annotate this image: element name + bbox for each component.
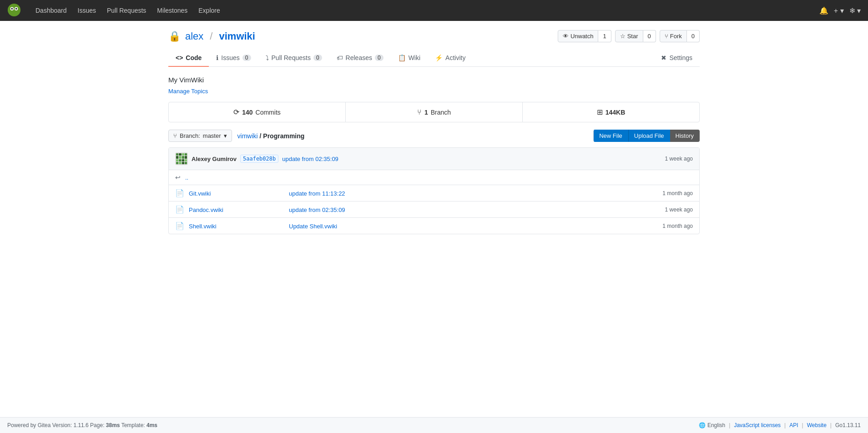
commits-stat[interactable]: ⟳ 140 Commits xyxy=(169,102,346,122)
tab-activity-label: Activity xyxy=(445,54,465,61)
repo-title-separator: / xyxy=(210,30,212,42)
repo-actions: 👁 Unwatch 1 ☆ Star 0 ⑂ Fork 0 xyxy=(554,30,700,42)
parent-dir-row: ↩ .. xyxy=(169,170,699,185)
nav-milestones[interactable]: Milestones xyxy=(151,7,193,14)
commit-info: Alexey Gumirov 5aafeb028b update from 02… xyxy=(175,152,338,165)
file-actions: New File Upload File History xyxy=(593,130,700,142)
file-row: 📄 Pandoc.vwiki update from 02:35:09 1 we… xyxy=(169,201,699,218)
commit-time: 1 week ago xyxy=(665,156,693,162)
repo-name-link[interactable]: vimwiki xyxy=(219,30,255,42)
tab-releases-label: Releases xyxy=(346,54,372,61)
new-file-button[interactable]: New File xyxy=(593,130,628,142)
fork-icon: ⑂ xyxy=(665,33,668,40)
upload-file-button[interactable]: Upload File xyxy=(628,130,670,142)
user-menu-button[interactable]: ❄ ▾ xyxy=(849,6,861,15)
star-count: 0 xyxy=(643,30,656,42)
file-icon-0: 📄 xyxy=(175,189,184,197)
manage-topics-link[interactable]: Manage Topics xyxy=(168,88,208,95)
nav-dashboard[interactable]: Dashboard xyxy=(30,7,72,14)
repo-tabs: <> Code ℹ Issues 0 ⤵ Pull Requests 0 🏷 R… xyxy=(168,50,700,67)
commits-icon: ⟳ xyxy=(233,108,239,116)
repo-description: My VimWiki xyxy=(168,76,700,84)
unwatch-button[interactable]: 👁 Unwatch xyxy=(558,30,599,42)
last-commit-row: Alexey Gumirov 5aafeb028b update from 02… xyxy=(169,148,699,170)
commits-count: 140 xyxy=(242,109,252,116)
fork-button[interactable]: ⑂ Fork xyxy=(660,30,687,42)
file-icon-1: 📄 xyxy=(175,205,184,214)
file-name-2: Shell.vwiki xyxy=(189,222,289,230)
tab-code[interactable]: <> Code xyxy=(168,50,209,67)
breadcrumb: vimwiki / Programming xyxy=(237,132,305,140)
file-commit-link-2[interactable]: Update Shell.vwiki xyxy=(289,223,337,230)
file-row: 📄 Git.vwiki update from 11:13:22 1 month… xyxy=(169,185,699,201)
commit-message-link[interactable]: update from 02:35:09 xyxy=(282,156,338,162)
star-label: Star xyxy=(627,33,638,40)
file-time-2: 1 month ago xyxy=(662,223,693,229)
eye-icon: 👁 xyxy=(563,33,569,40)
history-button[interactable]: History xyxy=(670,130,700,142)
file-commit-0: update from 11:13:22 xyxy=(289,190,662,197)
site-logo[interactable] xyxy=(7,3,21,18)
breadcrumb-repo-link[interactable]: vimwiki xyxy=(237,132,258,140)
branch-dropdown-icon: ▾ xyxy=(224,132,227,139)
file-table: Alexey Gumirov 5aafeb028b update from 02… xyxy=(168,147,700,234)
navbar-links: Dashboard Issues Pull Requests Milestone… xyxy=(30,7,819,14)
svg-point-4 xyxy=(15,8,17,10)
nav-issues[interactable]: Issues xyxy=(72,7,101,14)
tab-code-label: Code xyxy=(186,54,202,61)
navbar: Dashboard Issues Pull Requests Milestone… xyxy=(0,0,868,21)
svg-point-0 xyxy=(8,3,20,16)
file-commit-2: Update Shell.vwiki xyxy=(289,222,662,230)
size-icon: ⊞ xyxy=(597,108,603,116)
branch-selector[interactable]: ⑂ Branch: master ▾ xyxy=(168,130,232,142)
pr-icon: ⤵ xyxy=(266,54,269,61)
file-icon-2: 📄 xyxy=(175,222,184,230)
file-commit-link-0[interactable]: update from 11:13:22 xyxy=(289,190,345,197)
tab-issues-label: Issues xyxy=(221,54,239,61)
repo-title: 🔒 alex / vimwiki xyxy=(168,30,255,42)
create-button[interactable]: + ▾ xyxy=(834,6,844,15)
tab-settings[interactable]: ✖ Settings xyxy=(654,50,700,67)
breadcrumb-folder: Programming xyxy=(263,132,304,140)
star-button[interactable]: ☆ Star xyxy=(615,30,643,42)
branches-stat[interactable]: ⑂ 1 Branch xyxy=(346,102,523,122)
wiki-icon: 📋 xyxy=(398,54,406,61)
tab-releases[interactable]: 🏷 Releases 0 xyxy=(329,50,391,67)
navbar-right: 🔔 + ▾ ❄ ▾ xyxy=(819,6,861,15)
author-avatar xyxy=(175,152,188,165)
nav-explore[interactable]: Explore xyxy=(193,7,225,14)
tab-wiki[interactable]: 📋 Wiki xyxy=(391,50,428,67)
nav-pull-requests[interactable]: Pull Requests xyxy=(101,7,151,14)
releases-icon: 🏷 xyxy=(337,54,343,61)
file-name-1: Pandoc.vwiki xyxy=(189,206,289,213)
file-row: 📄 Shell.vwiki Update Shell.vwiki 1 month… xyxy=(169,218,699,234)
file-time-1: 1 week ago xyxy=(665,206,693,213)
commit-author: Alexey Gumirov xyxy=(192,156,237,162)
tab-activity[interactable]: ⚡ Activity xyxy=(428,50,473,67)
file-link-1[interactable]: Pandoc.vwiki xyxy=(189,206,223,213)
activity-icon: ⚡ xyxy=(435,54,443,61)
notifications-button[interactable]: 🔔 xyxy=(819,6,828,15)
branch-label: Branch: xyxy=(180,132,200,139)
file-time-0: 1 month ago xyxy=(662,190,693,196)
size-count: 144KB xyxy=(606,109,626,116)
file-link-0[interactable]: Git.vwiki xyxy=(189,190,211,197)
tab-wiki-label: Wiki xyxy=(409,54,420,61)
fork-count: 0 xyxy=(687,30,700,42)
commits-label: Commits xyxy=(256,109,281,116)
commit-hash[interactable]: 5aafeb028b xyxy=(240,155,278,163)
tab-pull-requests[interactable]: ⤵ Pull Requests 0 xyxy=(258,50,329,67)
tab-issues[interactable]: ℹ Issues 0 xyxy=(209,50,258,67)
unwatch-count: 1 xyxy=(598,30,611,42)
parent-dir-link[interactable]: .. xyxy=(185,174,188,181)
pr-badge: 0 xyxy=(313,55,322,61)
file-commit-link-1[interactable]: update from 02:35:09 xyxy=(289,206,345,213)
unwatch-group: 👁 Unwatch 1 xyxy=(558,30,611,42)
stats-bar: ⟳ 140 Commits ⑂ 1 Branch ⊞ 144KB xyxy=(168,102,700,122)
unwatch-label: Unwatch xyxy=(570,33,594,40)
repo-owner-link[interactable]: alex xyxy=(185,30,203,42)
star-group: ☆ Star 0 xyxy=(615,30,656,42)
file-name-0: Git.vwiki xyxy=(189,190,289,197)
file-link-2[interactable]: Shell.vwiki xyxy=(189,223,217,230)
main-content: 🔒 alex / vimwiki 👁 Unwatch 1 ☆ Star 0 xyxy=(161,21,707,243)
